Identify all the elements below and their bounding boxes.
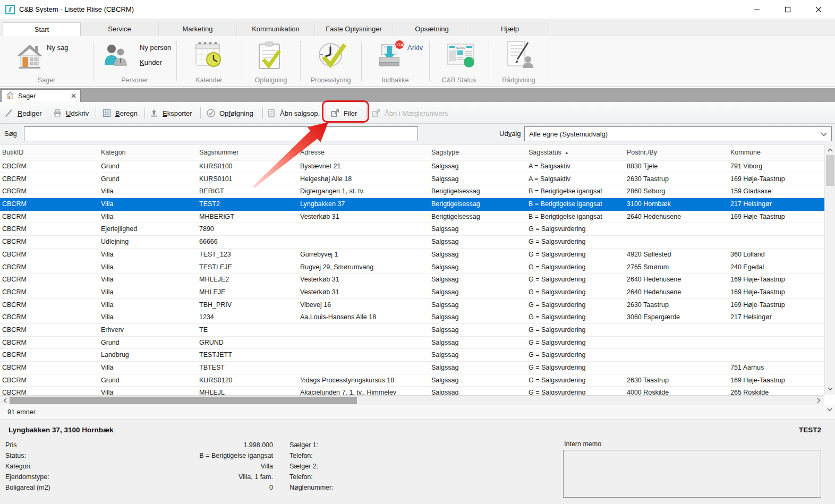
aabn-salgsop-button[interactable]: Åbn salgsop. — [267, 106, 320, 120]
table-cell: Vibevej 16 — [298, 299, 429, 311]
ny-person-button[interactable]: Ny person — [140, 44, 171, 52]
detail-field-value: Villa — [5, 463, 273, 470]
table-row[interactable]: CBCRMVillaTEST2Lyngbakken 37Berigtigelse… — [0, 198, 824, 211]
table-cell: CBCRM — [0, 160, 99, 173]
arkiv-button[interactable]: Arkiv — [407, 44, 423, 52]
column-header-butikid[interactable]: ButikID — [0, 145, 99, 160]
detail-field: Boligareal (m2)0 — [0, 484, 276, 494]
beregn-button[interactable]: Beregn — [102, 106, 138, 120]
table-cell: TESTLEJE — [197, 261, 298, 274]
table-row[interactable]: CBCRMVillaTBTESTSalgssagG = Salgsvurderi… — [0, 362, 824, 374]
eksporter-button[interactable]: Eksporter — [149, 106, 192, 120]
table-cell: Salgssag — [429, 349, 526, 361]
table-cell: Villa — [99, 286, 197, 298]
table-row[interactable]: CBCRMGrundKURS0101Helgeshøj Alle 18Salgs… — [0, 173, 824, 186]
sager-document-tab[interactable]: Sager — [1, 89, 81, 102]
tab-hjaelp[interactable]: Hjælp — [471, 22, 549, 36]
search-input[interactable] — [24, 126, 418, 141]
opfoelgning-button[interactable]: Opfølgning — [206, 106, 253, 120]
people-icon[interactable] — [104, 44, 130, 70]
app-logo-icon — [5, 5, 15, 14]
vertical-scroll-thumb[interactable] — [826, 155, 834, 186]
filer-button[interactable]: Filer — [330, 106, 357, 120]
table-cell: B = Berigtigelse igangsat — [526, 211, 625, 223]
table-row[interactable]: CBCRMGrundKURS0120½dags Processtyringsku… — [0, 374, 824, 387]
table-row[interactable]: CBCRMErhvervTESalgssagG = Salgsvurdering — [0, 324, 824, 337]
tab-start[interactable]: Start — [3, 22, 81, 36]
table-row[interactable]: CBCRMVillaMHLEJLAkacielunden 7, 1. tv., … — [0, 387, 824, 395]
table-row[interactable]: CBCRMGrundKURS0100Bystævnet 21SalgssagA … — [0, 160, 824, 173]
detail-fields: Pris1.998.000Status:B = Berigtigelse iga… — [0, 441, 276, 494]
table-cell — [298, 337, 429, 349]
close-tab-icon[interactable] — [71, 93, 76, 98]
clock-check-icon[interactable] — [317, 40, 347, 72]
table-row[interactable]: CBCRMVilla1234Aa.Louis-Hansens Alle 18Sa… — [0, 311, 824, 324]
rediger-button[interactable]: Rediger — [4, 106, 42, 120]
calculator-grid-icon — [102, 108, 112, 118]
column-header-kommune[interactable]: Kommune — [728, 145, 824, 160]
tab-service[interactable]: Service — [81, 22, 159, 36]
tab-faste-oplysninger[interactable]: Faste Oplysninger — [315, 22, 393, 36]
tab-kommunikation[interactable]: Kommunikation — [237, 22, 315, 36]
table-row[interactable]: CBCRMGrundGRUNDSalgssagG = Salgsvurderin… — [0, 337, 824, 349]
table-row[interactable]: CBCRMVillaTBH_PRIVVibevej 16SalgssagG = … — [0, 299, 824, 312]
calendar-icon[interactable] — [194, 40, 223, 71]
table-row[interactable]: CBCRMVillaMHLEJE2Vesterkøb 31SalgssagG =… — [0, 274, 824, 286]
aabn-i-maeglerunivers-button: Åbn i Mæglerunivers — [371, 106, 448, 120]
table-row[interactable]: CBCRMVillaTESTLEJERugvej 29, SmørumvangS… — [0, 261, 824, 274]
ribbon-group-indbakke: 174 Arkiv Indbakke — [361, 36, 429, 87]
clipboard-check-icon[interactable] — [257, 41, 282, 72]
table-cell: 2640 Hedehusene — [625, 286, 728, 298]
table-row[interactable]: CBCRMLandbrugTESTJETTSalgssagG = Salgsvu… — [0, 349, 824, 362]
table-cell: Udlejning — [99, 236, 197, 248]
scroll-up-icon[interactable] — [825, 146, 835, 154]
scroll-left-icon[interactable] — [1, 397, 8, 404]
tab-marketing[interactable]: Marketing — [159, 22, 237, 36]
close-button[interactable] — [803, 0, 834, 19]
scroll-down-icon[interactable] — [825, 385, 835, 393]
group-caption-raadgivning: Rådgivning — [489, 76, 549, 84]
toolbar-separator — [200, 107, 201, 118]
table-cell — [625, 223, 728, 235]
table-cell: B = Berigtigelse igangsat — [526, 198, 625, 210]
udskriv-button[interactable]: Udskriv — [53, 106, 89, 120]
vertical-scrollbar[interactable] — [824, 144, 835, 395]
column-header-sagsnummer[interactable]: Sagsnummer — [197, 145, 298, 160]
udvalg-select[interactable]: Alle egne (Systemudvalg) — [524, 126, 832, 141]
scroll-right-icon[interactable] — [815, 397, 822, 404]
column-header-sagsstatus[interactable]: Sagsstatus▲ — [526, 145, 625, 160]
table-cell — [728, 349, 824, 361]
table-cell: Salgssag — [429, 173, 526, 185]
column-header-kategori[interactable]: Kategori — [99, 145, 197, 160]
table-cell: G = Salgsvurdering — [526, 249, 625, 261]
table-cell: Salgssag — [429, 261, 526, 274]
ribbon-group-sager: Ny sag Sager — [0, 36, 93, 87]
table-row[interactable]: CBCRMVillaMHBERIGTVesterkøb 31Berigtigel… — [0, 211, 824, 224]
ribbon-group-opfoelgning: Opfølgning — [242, 36, 300, 87]
scroll-down-icon[interactable] — [824, 405, 835, 414]
kunder-button[interactable]: Kunder — [140, 58, 162, 66]
horizontal-scrollbar[interactable] — [0, 395, 824, 405]
minimize-button[interactable] — [742, 0, 772, 19]
column-header-sagstype[interactable]: Sagstype — [429, 145, 526, 160]
column-header-postnrby[interactable]: Postnr./By — [625, 145, 728, 160]
house-icon[interactable] — [15, 41, 45, 73]
tab-opsaetning[interactable]: Opsætning — [393, 22, 471, 36]
column-header-adresse[interactable]: Adresse — [298, 145, 429, 160]
table-row[interactable]: CBCRMEjerlejlighed7890SalgssagG = Salgsv… — [0, 223, 824, 236]
ny-sag-button[interactable]: Ny sag — [47, 44, 68, 52]
news-icon[interactable]: NEWS — [446, 42, 475, 70]
filter-row: Søg Udvalg Alle egne (Systemudvalg) — [0, 124, 835, 144]
intern-memo-input[interactable] — [563, 450, 821, 498]
maximize-button[interactable] — [772, 0, 803, 19]
advice-document-icon[interactable] — [505, 40, 535, 71]
column-label: Sagstype — [431, 149, 459, 156]
table-row[interactable]: CBCRMVillaMHLEJEVesterkøb 31SalgssagG = … — [0, 286, 824, 299]
horizontal-scroll-thumb[interactable] — [10, 397, 357, 404]
table-row[interactable]: CBCRMVillaBERIGTDigtergangen 1, st. tv.B… — [0, 185, 824, 198]
printer-icon — [53, 108, 62, 118]
table-row[interactable]: CBCRMVillaTEST_123Gurrebyvej 1SalgssagG … — [0, 249, 824, 261]
table-row[interactable]: CBCRMUdlejning66666SalgssagG = Salgsvurd… — [0, 236, 824, 249]
table-cell: Salgssag — [429, 299, 526, 311]
table-cell: Grund — [99, 160, 197, 173]
